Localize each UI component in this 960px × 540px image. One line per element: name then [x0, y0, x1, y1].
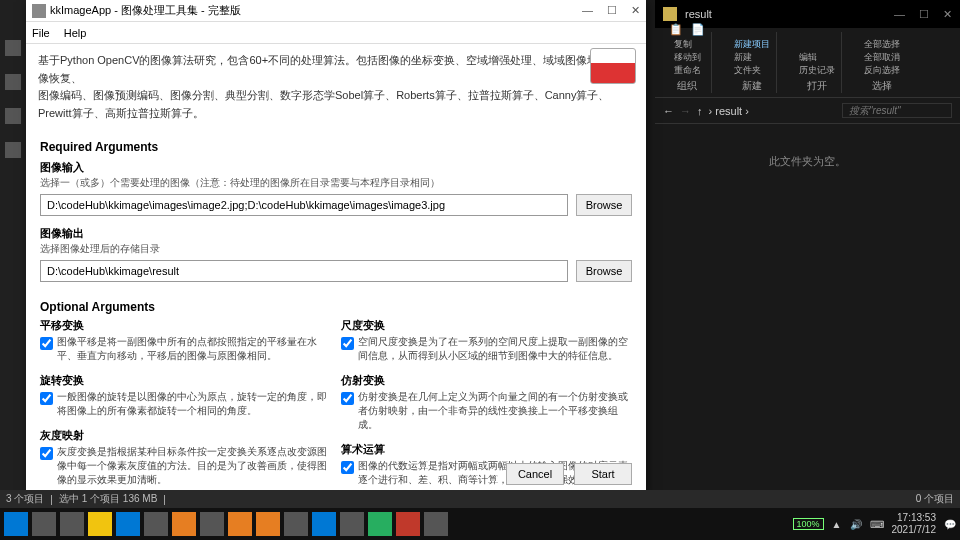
- breadcrumb-path[interactable]: › result ›: [709, 105, 749, 117]
- sidebar-icon[interactable]: [5, 108, 21, 124]
- required-args-title: Required Arguments: [26, 130, 646, 158]
- option-title: 灰度映射: [40, 428, 331, 443]
- avatar-image: [590, 48, 636, 84]
- empty-message: 此文件夹为空。: [769, 155, 846, 167]
- status-items: 3 个项目: [6, 492, 44, 506]
- menu-file[interactable]: File: [32, 27, 50, 39]
- tray-icon[interactable]: 🔊: [850, 519, 862, 530]
- option-desc: 图像平移是将一副图像中所有的点都按照指定的平移量在水平、垂直方向移动，平移后的图…: [57, 335, 331, 363]
- explorer-title-text: result: [685, 8, 712, 20]
- input-path-field[interactable]: [40, 194, 568, 216]
- maximize-icon[interactable]: ☐: [919, 8, 929, 21]
- task-icon[interactable]: [396, 512, 420, 536]
- task-icon[interactable]: [256, 512, 280, 536]
- minimize-icon[interactable]: —: [582, 4, 593, 17]
- app-title: kkImageApp - 图像处理工具集 - 完整版: [50, 3, 241, 18]
- close-icon[interactable]: ✕: [943, 8, 952, 21]
- menu-help[interactable]: Help: [64, 27, 87, 39]
- option-checkbox[interactable]: [40, 392, 53, 405]
- ribbon-label[interactable]: 重命名: [674, 64, 701, 77]
- option-checkbox[interactable]: [341, 461, 354, 474]
- option-title: 平移变换: [40, 318, 331, 333]
- task-icon[interactable]: [172, 512, 196, 536]
- battery-indicator[interactable]: 100%: [793, 518, 824, 530]
- maximize-icon[interactable]: ☐: [607, 4, 617, 17]
- sidebar-icon[interactable]: [5, 74, 21, 90]
- folder-icon: [663, 7, 677, 21]
- output-path-field[interactable]: [40, 260, 568, 282]
- task-icon[interactable]: [340, 512, 364, 536]
- task-icon[interactable]: [144, 512, 168, 536]
- task-icon[interactable]: [312, 512, 336, 536]
- browse-input-button[interactable]: Browse: [576, 194, 632, 216]
- optional-args-title: Optional Arguments: [26, 290, 646, 318]
- tray-icon[interactable]: ▲: [832, 519, 842, 530]
- task-icon[interactable]: [228, 512, 252, 536]
- cancel-button[interactable]: Cancel: [506, 463, 564, 485]
- output-desc: 选择图像处理后的存储目录: [40, 242, 632, 256]
- task-icon[interactable]: [200, 512, 224, 536]
- option-item: 仿射变换仿射变换是在几何上定义为两个向量之间的有一个仿射变换或者仿射映射，由一个…: [341, 373, 632, 432]
- start-button-icon[interactable]: [4, 512, 28, 536]
- ribbon-label[interactable]: 复制: [674, 38, 701, 51]
- app-window: kkImageApp - 图像处理工具集 - 完整版 — ☐ ✕ File He…: [26, 0, 646, 495]
- ribbon-label[interactable]: 新建: [734, 51, 770, 64]
- ribbon-group-label: 打开: [807, 79, 827, 93]
- nav-back-icon[interactable]: ←: [663, 105, 674, 117]
- option-item: 旋转变换一般图像的旋转是以图像的中心为原点，旋转一定的角度，即将图像上的所有像素…: [40, 373, 331, 418]
- search-input[interactable]: [842, 103, 952, 118]
- task-icon[interactable]: [368, 512, 392, 536]
- notification-icon[interactable]: 💬: [944, 519, 956, 530]
- option-desc: 灰度变换是指根据某种目标条件按一定变换关系逐点改变源图像中每一个像素灰度值的方法…: [57, 445, 331, 487]
- app-icon: [32, 4, 46, 18]
- clock[interactable]: 17:13:53 2021/7/12: [892, 512, 937, 536]
- ribbon-label[interactable]: 全部取消: [864, 51, 900, 64]
- status-right: 0 个项目: [916, 492, 954, 506]
- ribbon-label[interactable]: 新建项目: [734, 38, 770, 51]
- option-item: 平移变换图像平移是将一副图像中所有的点都按照指定的平移量在水平、垂直方向移动，平…: [40, 318, 331, 363]
- ribbon-label[interactable]: 全部选择: [864, 38, 900, 51]
- option-checkbox[interactable]: [40, 447, 53, 460]
- sidebar-icon[interactable]: [5, 40, 21, 56]
- task-icon[interactable]: [32, 512, 56, 536]
- input-label: 图像输入: [40, 160, 632, 175]
- tray-icon[interactable]: ⌨: [870, 519, 884, 530]
- ribbon-label[interactable]: 反向选择: [864, 64, 900, 77]
- option-checkbox[interactable]: [341, 392, 354, 405]
- ribbon: 📋 📄 复制 移动到 重命名 组织 新建项目 新建 文件夹 新建 编辑 历史记录: [655, 28, 960, 98]
- browse-output-button[interactable]: Browse: [576, 260, 632, 282]
- task-icon[interactable]: [116, 512, 140, 536]
- ribbon-label[interactable]: 编辑: [799, 51, 835, 64]
- task-icon[interactable]: [284, 512, 308, 536]
- ribbon-label[interactable]: 历史记录: [799, 64, 835, 77]
- ribbon-group-label: 新建: [742, 79, 762, 93]
- taskbar: 100% ▲ 🔊 ⌨ 17:13:53 2021/7/12 💬: [0, 508, 960, 540]
- option-desc: 一般图像的旋转是以图像的中心为原点，旋转一定的角度，即将图像上的所有像素都旋转一…: [57, 390, 331, 418]
- task-icon[interactable]: [88, 512, 112, 536]
- option-title: 尺度变换: [341, 318, 632, 333]
- option-item: 灰度映射灰度变换是指根据某种目标条件按一定变换关系逐点改变源图像中每一个像素灰度…: [40, 428, 331, 487]
- intro-line2: 图像编码、图像预测编码、图像分割、典型分割、数字形态学Sobel算子、Rober…: [38, 87, 634, 122]
- close-icon[interactable]: ✕: [631, 4, 640, 17]
- nav-fwd-icon[interactable]: →: [680, 105, 691, 117]
- option-checkbox[interactable]: [341, 337, 354, 350]
- output-label: 图像输出: [40, 226, 632, 241]
- ribbon-copy-icon[interactable]: 📋: [669, 23, 683, 36]
- option-desc: 仿射变换是在几何上定义为两个向量之间的有一个仿射变换或者仿射映射，由一个非奇异的…: [358, 390, 632, 432]
- ribbon-group-label: 组织: [677, 79, 697, 93]
- nav-up-icon[interactable]: ↑: [697, 105, 703, 117]
- ribbon-paste-icon[interactable]: 📄: [691, 23, 705, 36]
- task-icon[interactable]: [60, 512, 84, 536]
- ribbon-label[interactable]: 移动到: [674, 51, 701, 64]
- ribbon-group-label: 选择: [872, 79, 892, 93]
- minimize-icon[interactable]: —: [894, 8, 905, 21]
- sidebar-icon[interactable]: [5, 142, 21, 158]
- ribbon-label[interactable]: 文件夹: [734, 64, 770, 77]
- start-button[interactable]: Start: [574, 463, 632, 485]
- intro-line1: 基于Python OpenCV的图像算法研究，包含60+不同的处理算法。包括图像…: [38, 52, 634, 87]
- task-icon[interactable]: [424, 512, 448, 536]
- option-checkbox[interactable]: [40, 337, 53, 350]
- option-title: 旋转变换: [40, 373, 331, 388]
- input-desc: 选择一（或多）个需要处理的图像（注意：待处理的图像所在目录需要与本程序目录相同）: [40, 176, 632, 190]
- option-item: 尺度变换空间尺度变换是为了在一系列的空间尺度上提取一副图像的空间信息，从而得到从…: [341, 318, 632, 363]
